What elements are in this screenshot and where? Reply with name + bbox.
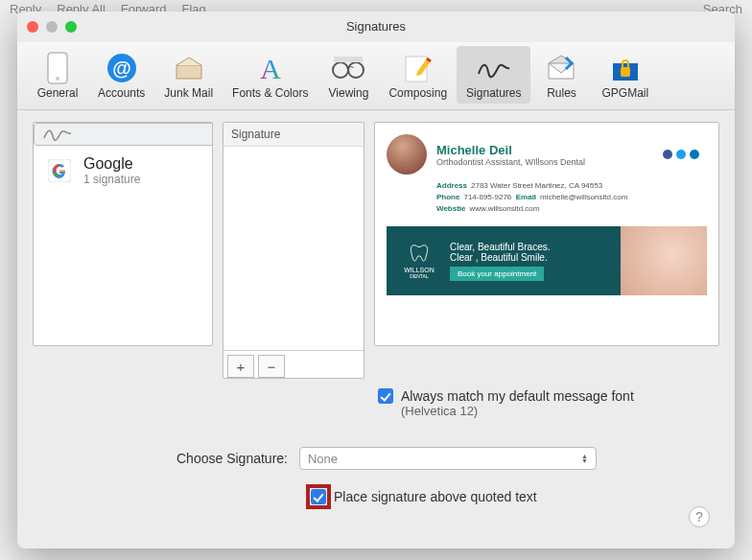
- svg-rect-10: [621, 67, 630, 77]
- tab-accounts[interactable]: @Accounts: [88, 46, 154, 104]
- tab-composing[interactable]: Composing: [379, 46, 457, 104]
- preferences-window: Signatures General @Accounts Junk Mail A…: [17, 12, 735, 548]
- linkedin-icon: [690, 150, 699, 159]
- sig-details: Address2783 Water Street Martinez, CA 94…: [436, 180, 707, 215]
- composing-icon: [397, 50, 439, 86]
- facebook-icon: [663, 150, 672, 159]
- match-font-checkbox[interactable]: [378, 388, 393, 404]
- help-button[interactable]: ?: [689, 506, 710, 527]
- tab-fonts-colors[interactable]: AFonts & Colors: [223, 46, 317, 104]
- add-signature-button[interactable]: +: [227, 355, 254, 378]
- sig-title: Orthodontist Assistant, WIllsons Dental: [436, 157, 585, 167]
- signatures-list: Signature + −: [223, 122, 364, 379]
- banner-logo: WILLSONDENTAL: [398, 243, 440, 279]
- window-controls: [27, 21, 77, 33]
- gpgmail-icon: [604, 50, 646, 86]
- match-font-row: Always match my default message font (He…: [378, 388, 719, 418]
- svg-text:A: A: [260, 53, 281, 84]
- signature-preview: Michelle Deil Orthodontist Assistant, WI…: [374, 122, 719, 346]
- match-font-sub: (Helvetica 12): [401, 404, 634, 418]
- fonts-colors-icon: A: [249, 50, 292, 86]
- account-all-signatures[interactable]: All Signatures1 signature: [34, 123, 213, 146]
- minimize-button[interactable]: [46, 21, 58, 33]
- choose-signature-label: Choose Signature:: [176, 451, 288, 466]
- banner: WILLSONDENTAL Clear, Beautiful Braces. C…: [387, 226, 707, 295]
- tab-gpgmail[interactable]: GPGMail: [592, 46, 658, 104]
- choose-signature-row: Choose Signature: None ▲▼: [176, 447, 719, 470]
- banner-image: [621, 226, 707, 295]
- place-above-label: Place signature above quoted text: [334, 489, 537, 504]
- avatar: [387, 134, 427, 175]
- choose-signature-select[interactable]: None ▲▼: [299, 447, 597, 470]
- viewing-icon: [327, 50, 369, 86]
- general-icon: [36, 50, 79, 86]
- window-title: Signatures: [346, 19, 406, 34]
- signatures-header: Signature: [223, 123, 364, 147]
- social-icons: [663, 150, 699, 159]
- signatures-body[interactable]: [223, 147, 364, 350]
- rules-icon: [540, 50, 582, 86]
- tab-junk-mail[interactable]: Junk Mail: [154, 46, 223, 104]
- svg-point-5: [333, 62, 348, 78]
- tab-signatures[interactable]: Signatures: [457, 46, 530, 104]
- twitter-icon: [676, 150, 686, 159]
- titlebar: Signatures: [17, 12, 735, 42]
- tab-viewing[interactable]: Viewing: [317, 46, 379, 104]
- accounts-icon: @: [101, 50, 143, 86]
- tab-rules[interactable]: Rules: [530, 46, 592, 104]
- sig-name: Michelle Deil: [436, 143, 585, 157]
- banner-cta: Book your appointment: [450, 267, 544, 281]
- zoom-button[interactable]: [65, 21, 77, 33]
- chevron-updown-icon: ▲▼: [581, 454, 588, 463]
- junk-mail-icon: [168, 50, 210, 86]
- match-font-label: Always match my default message font: [401, 388, 634, 404]
- google-icon: [43, 157, 76, 184]
- svg-text:@: @: [112, 58, 131, 79]
- signature-icon: [42, 122, 75, 148]
- svg-point-1: [56, 77, 59, 81]
- place-above-row: Place signature above quoted text: [311, 489, 719, 504]
- tab-general[interactable]: General: [27, 46, 88, 104]
- toolbar: General @Accounts Junk Mail AFonts & Col…: [17, 42, 735, 110]
- place-above-checkbox[interactable]: [311, 489, 326, 504]
- remove-signature-button[interactable]: −: [258, 355, 285, 378]
- accounts-list: All Signatures1 signature Google1 signat…: [33, 122, 213, 346]
- close-button[interactable]: [27, 21, 38, 33]
- account-google[interactable]: Google1 signature: [34, 146, 212, 196]
- svg-rect-7: [334, 57, 363, 62]
- svg-point-6: [348, 62, 364, 78]
- signatures-icon: [473, 50, 515, 86]
